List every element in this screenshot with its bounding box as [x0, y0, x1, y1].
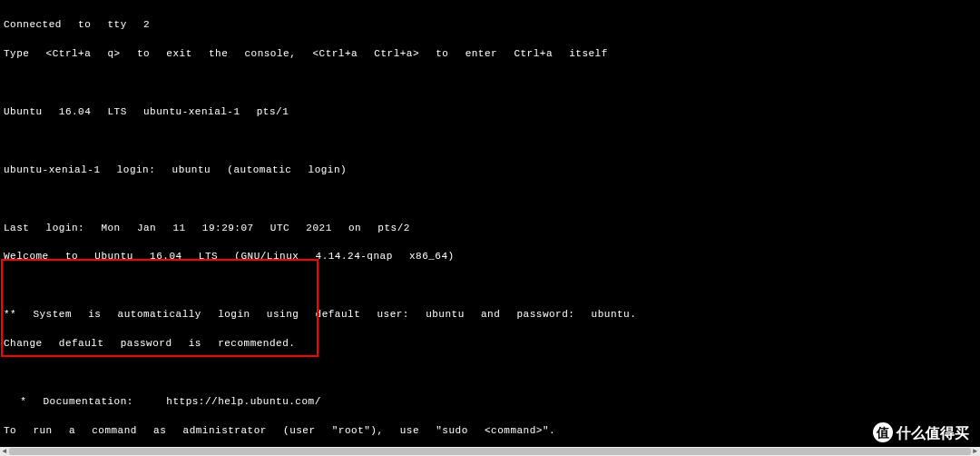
scroll-left-arrow-icon[interactable]: ◄: [0, 447, 9, 456]
terminal-line: Type <Ctrl+a q> to exit the console, <Ct…: [4, 47, 976, 62]
horizontal-scrollbar[interactable]: ◄ ►: [0, 447, 980, 456]
terminal-line: * Documentation: https://help.ubuntu.com…: [4, 395, 976, 410]
terminal-output[interactable]: Connected to tty 2 Type <Ctrl+a q> to ex…: [4, 4, 976, 456]
terminal-line: [4, 366, 976, 381]
terminal-line: To run a command as administrator (user …: [4, 424, 976, 439]
terminal-line: [4, 76, 976, 91]
watermark: 值 什么值得买: [873, 422, 969, 443]
terminal-line: [4, 279, 976, 293]
terminal-line: Change default password is recommended.: [4, 337, 976, 352]
terminal-line: [4, 134, 976, 149]
watermark-text: 什么值得买: [897, 422, 969, 443]
terminal-line: Connected to tty 2: [4, 18, 976, 33]
terminal-line: [4, 193, 976, 207]
terminal-line: Welcome to Ubuntu 16.04 LTS (GNU/Linux 4…: [4, 250, 976, 264]
terminal-line: Ubuntu 16.04 LTS ubuntu-xenial-1 pts/1: [4, 105, 976, 120]
scroll-right-arrow-icon[interactable]: ►: [971, 447, 980, 456]
scrollbar-thumb[interactable]: [9, 448, 971, 455]
terminal-line: ** System is automatically login using d…: [4, 308, 976, 322]
terminal-line: ubuntu-xenial-1 login: ubuntu (automatic…: [4, 164, 976, 178]
terminal-line: Last login: Mon Jan 11 19:29:07 UTC 2021…: [4, 222, 976, 236]
watermark-logo-icon: 值: [873, 422, 893, 442]
